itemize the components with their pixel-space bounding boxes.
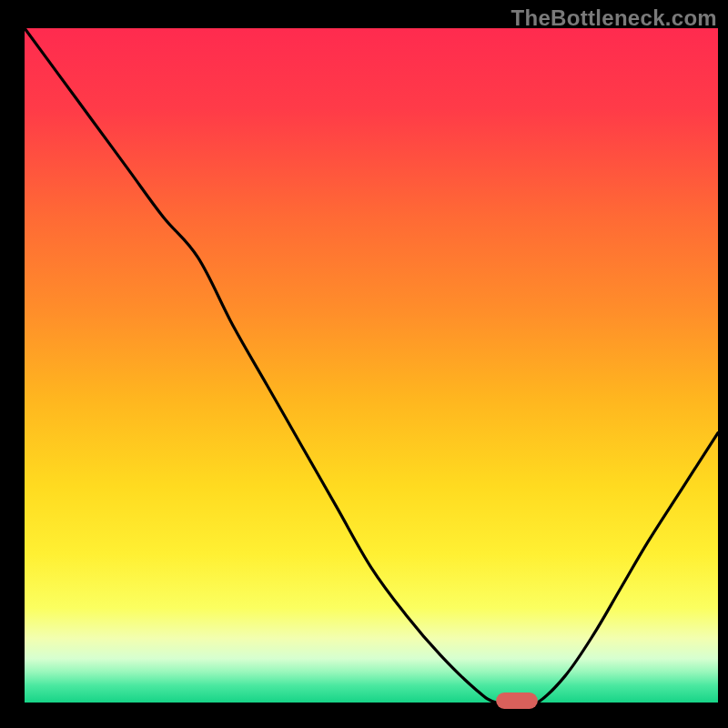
watermark-label: TheBottleneck.com <box>511 5 717 31</box>
bottleneck-chart <box>0 0 728 728</box>
chart-container: TheBottleneck.com <box>0 0 728 728</box>
optimal-marker <box>496 693 538 709</box>
